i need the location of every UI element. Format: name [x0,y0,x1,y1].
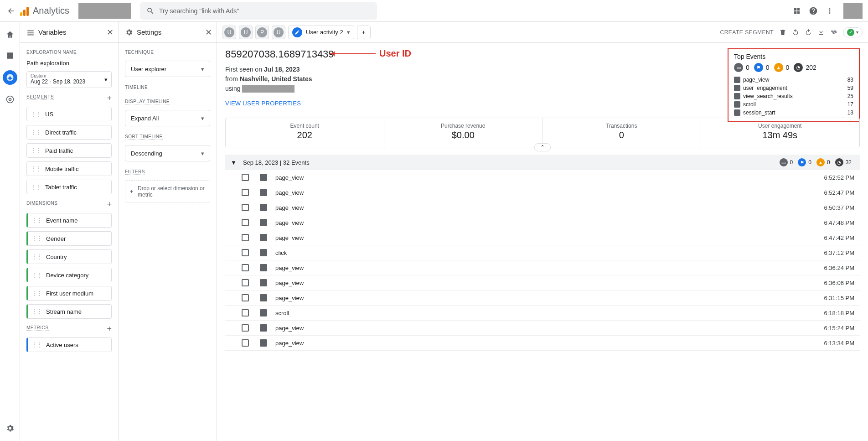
event-row[interactable]: click6:37:12 PM [225,245,860,260]
variables-panel: Variables ✕ EXPLORATION NAME Path explor… [20,22,119,441]
add-segment-icon[interactable]: + [107,93,112,103]
share-icon[interactable] [830,29,837,36]
event-icon [260,189,267,196]
event-row[interactable]: page_view6:52:52 PM [225,170,860,185]
event-row[interactable]: page_view6:52:47 PM [225,185,860,200]
tab-inactive[interactable]: U [222,26,236,39]
chevron-down-icon[interactable]: ▾ [347,29,350,36]
add-metric-icon[interactable]: + [107,324,112,334]
nav-settings-icon[interactable] [4,422,16,435]
event-row[interactable]: page_view6:47:48 PM [225,215,860,230]
top-event-row[interactable]: page_view83 [734,76,853,84]
tab-inactive[interactable]: U [272,26,285,39]
date-group-header[interactable]: ▼ Sep 18, 2023 | 32 Events ▭0⚑0▲0◔32 [225,155,860,170]
event-checkbox[interactable] [242,309,249,316]
top-event-row[interactable]: scroll17 [734,100,853,109]
event-row[interactable]: page_view6:36:24 PM [225,260,860,275]
event-row[interactable]: page_view6:50:37 PM [225,200,860,215]
collapse-icon[interactable]: ⌃ [534,143,551,151]
chip-stream-name[interactable]: ⋮⋮Stream name [26,304,112,319]
summary-cell: Event count202 [226,118,384,147]
add-dimension-icon[interactable]: + [107,200,112,209]
event-type-count: 0 [786,64,790,71]
nav-home-icon[interactable] [4,28,16,41]
chip-us[interactable]: ⋮⋮US [26,107,112,121]
apps-icon[interactable] [790,5,803,17]
event-row[interactable]: page_view6:15:24 PM [225,321,860,336]
chip-active-users[interactable]: ⋮⋮Active users [26,337,112,352]
event-row[interactable]: page_view6:31:15 PM [225,291,860,306]
top-event-row[interactable]: view_search_results25 [734,92,853,100]
chevron-down-icon[interactable]: ▼ [231,159,237,166]
event-row[interactable]: page_view6:13:34 PM [225,336,860,351]
event-row[interactable]: page_view6:47:42 PM [225,230,860,245]
chip-direct-traffic[interactable]: ⋮⋮Direct traffic [26,125,112,140]
event-checkbox[interactable] [242,204,249,211]
date-range-selector[interactable]: Custom Aug 22 - Sep 18, 2023 ▾ [26,71,112,88]
chip-event-name[interactable]: ⋮⋮Event name [26,213,112,228]
chip-mobile-traffic[interactable]: ⋮⋮Mobile traffic [26,161,112,176]
event-checkbox[interactable] [242,324,249,332]
event-type-count: 0 [808,159,811,166]
sort-timeline-dropdown[interactable]: Descending ▾ [125,145,210,161]
chip-device-category[interactable]: ⋮⋮Device category [26,268,112,282]
search-input[interactable]: Try searching "link with Ads" [140,2,377,20]
event-icon [260,324,267,332]
back-arrow-icon[interactable] [5,5,16,16]
event-checkbox[interactable] [242,174,249,181]
event-row[interactable]: page_view6:36:06 PM [225,275,860,291]
undo-icon[interactable] [792,29,799,36]
nav-explore-icon[interactable] [3,70,17,85]
filter-drop-zone[interactable]: + Drop or select dimension or metric [125,180,210,203]
chip-first-user-medium[interactable]: ⋮⋮First user medium [26,286,112,301]
tab-inactive[interactable]: U [239,26,253,39]
event-checkbox[interactable] [242,234,249,241]
add-tab-button[interactable]: + [357,26,371,39]
drag-icon: ⋮⋮ [31,308,42,315]
trash-icon[interactable] [779,29,786,36]
top-event-row[interactable]: user_engagement59 [734,84,853,92]
chip-country[interactable]: ⋮⋮Country [26,249,112,264]
create-segment-button[interactable]: CREATE SEGMENT [720,29,774,36]
chip-paid-traffic[interactable]: ⋮⋮Paid traffic [26,143,112,158]
event-checkbox[interactable] [242,189,249,196]
nav-admin-icon[interactable] [4,93,16,106]
event-icon [734,101,740,108]
drag-icon: ⋮⋮ [31,235,42,242]
account-selector-redacted[interactable] [78,3,131,19]
event-checkbox[interactable] [242,219,249,226]
event-row[interactable]: scroll6:18:18 PM [225,306,860,321]
variables-icon [26,28,35,36]
close-variables-icon[interactable]: ✕ [107,27,114,37]
event-checkbox[interactable] [242,264,249,271]
avatar-redacted[interactable] [843,3,863,19]
technique-dropdown[interactable]: User explorer ▾ [125,61,210,77]
tab-active[interactable]: User activity 2 ▾ [288,26,354,39]
more-vert-icon[interactable] [823,5,836,17]
event-icon [260,219,267,226]
exploration-name-label: EXPLORATION NAME [26,50,77,55]
dimensions-label: DIMENSIONS [26,201,57,206]
chip-tablet-traffic[interactable]: ⋮⋮Tablet traffic [26,180,112,194]
check-icon: ✓ [847,29,854,36]
tab-inactive[interactable]: P [255,26,269,39]
event-checkbox[interactable] [242,279,249,286]
event-icon [260,234,267,241]
download-icon[interactable] [817,29,825,36]
sample-status-pill[interactable]: ✓ ▾ [843,27,863,37]
search-placeholder: Try searching "link with Ads" [159,7,239,15]
event-icon [260,294,267,301]
nav-reports-icon[interactable] [4,49,16,62]
close-settings-icon[interactable]: ✕ [205,27,212,37]
event-icon [734,85,740,91]
event-checkbox[interactable] [242,339,249,347]
event-checkbox[interactable] [242,249,249,256]
event-icon [260,264,267,271]
exploration-name-value[interactable]: Path exploration [26,60,112,67]
display-timeline-dropdown[interactable]: Expand All ▾ [125,110,210,126]
event-checkbox[interactable] [242,294,249,301]
help-icon[interactable] [807,5,820,17]
redo-icon[interactable] [805,29,812,36]
chip-gender[interactable]: ⋮⋮Gender [26,231,112,246]
top-event-row[interactable]: session_start13 [734,109,853,117]
